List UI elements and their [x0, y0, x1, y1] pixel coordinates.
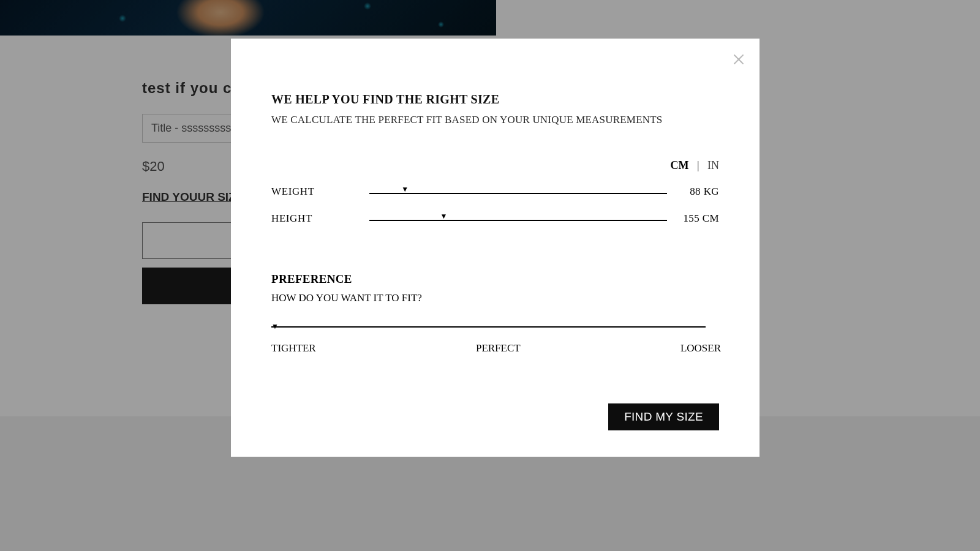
height-label: HEIGHT	[271, 212, 369, 225]
preference-section: PREFERENCE HOW DO YOU WANT IT TO FIT? ▼ …	[271, 272, 719, 354]
unit-separator: |	[697, 159, 699, 171]
modal-subheading: WE CALCULATE THE PERFECT FIT BASED ON YO…	[271, 114, 719, 126]
preference-looser-label: LOOSER	[680, 342, 721, 354]
slider-track	[369, 193, 667, 194]
size-finder-modal: WE HELP YOU FIND THE RIGHT SIZE WE CALCU…	[231, 39, 760, 457]
weight-slider[interactable]: ▼	[369, 190, 667, 194]
unit-in-option[interactable]: IN	[707, 159, 719, 171]
preference-perfect-label: PERFECT	[476, 342, 521, 354]
close-button[interactable]	[730, 51, 747, 68]
slider-track	[369, 220, 667, 221]
slider-thumb-icon[interactable]: ▼	[401, 186, 409, 193]
slider-track	[271, 326, 706, 328]
preference-subtitle: HOW DO YOU WANT IT TO FIT?	[271, 292, 719, 304]
preference-title: PREFERENCE	[271, 272, 719, 286]
preference-tighter-label: TIGHTER	[271, 342, 316, 354]
close-icon	[733, 53, 745, 66]
height-value: 155 CM	[667, 212, 719, 225]
preference-scale-labels: TIGHTER PERFECT LOOSER	[271, 342, 721, 354]
weight-row: WEIGHT ▼ 88 KG	[271, 186, 719, 198]
weight-label: WEIGHT	[271, 186, 369, 198]
preference-slider[interactable]: ▼	[271, 326, 719, 328]
weight-value: 88 KG	[667, 186, 719, 198]
modal-heading: WE HELP YOU FIND THE RIGHT SIZE	[271, 92, 719, 107]
height-slider[interactable]: ▼	[369, 217, 667, 221]
unit-toggle: CM | IN	[271, 159, 719, 172]
height-row: HEIGHT ▼ 155 CM	[271, 212, 719, 225]
slider-thumb-icon[interactable]: ▼	[440, 212, 448, 220]
slider-thumb-icon[interactable]: ▼	[271, 322, 279, 331]
find-my-size-button[interactable]: FIND MY SIZE	[608, 403, 719, 430]
unit-cm-option[interactable]: CM	[670, 159, 688, 171]
